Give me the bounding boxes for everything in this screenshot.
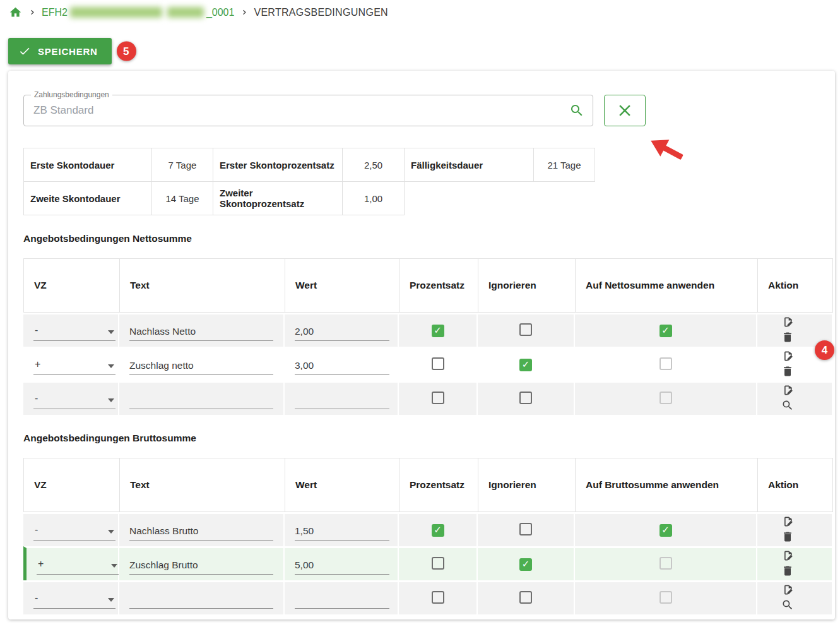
table-row: - Nachlass Netto 2,00 [23, 313, 833, 347]
table-row: - [23, 381, 833, 415]
text-input[interactable]: Nachlass Brutto [129, 520, 273, 541]
prozentsatz-checkbox[interactable] [432, 524, 444, 537]
brutto-section-title: Angebotsbedingungen Bruttosumme [23, 433, 833, 444]
payment-terms-row: Zahlungsbedingungen [23, 95, 833, 126]
prozentsatz-checkbox[interactable] [432, 325, 444, 337]
ignorieren-checkbox[interactable] [519, 523, 532, 535]
delete-icon[interactable] [781, 530, 794, 543]
prozentsatz-checkbox[interactable] [432, 357, 444, 370]
chevron-down-icon [111, 564, 117, 568]
save-button[interactable]: SPEICHERN 5 [8, 38, 112, 64]
skonto-label: Erste Skontodauer [24, 148, 152, 182]
wert-input[interactable]: 1,50 [295, 520, 389, 541]
prozentsatz-checkbox[interactable] [432, 591, 444, 604]
anwenden-checkbox[interactable] [660, 392, 672, 404]
save-button-label: SPEICHERN [38, 46, 98, 57]
vz-value: + [35, 359, 40, 370]
skonto-value: 21 Tage [534, 148, 595, 182]
breadcrumb-project-prefix: EFH2 [42, 7, 68, 18]
annotation-badge-step4: 4 [815, 340, 834, 360]
delete-icon[interactable] [781, 365, 794, 378]
payment-terms-field[interactable]: Zahlungsbedingungen [23, 95, 593, 126]
anwenden-checkbox[interactable] [660, 557, 672, 570]
vz-select[interactable]: - [33, 520, 115, 541]
netto-conditions-table: VZ Text Wert Prozentsatz Ignorieren Auf … [23, 258, 833, 415]
wert-input[interactable]: 3,00 [295, 355, 389, 375]
search-icon[interactable] [781, 599, 794, 611]
vz-value: - [35, 592, 38, 604]
text-input[interactable] [129, 389, 273, 409]
ignorieren-checkbox[interactable] [519, 323, 532, 336]
text-input[interactable]: Nachlass Netto [129, 321, 273, 341]
edit-icon[interactable] [781, 384, 794, 397]
ignorieren-checkbox[interactable] [519, 392, 532, 404]
prozentsatz-checkbox[interactable] [432, 557, 444, 570]
wert-input[interactable] [295, 389, 389, 409]
vz-select[interactable]: - [33, 321, 115, 341]
column-header-aktion: Aktion [757, 458, 833, 512]
check-icon [18, 45, 31, 57]
column-header-anwenden: Auf Bruttosumme anwenden [575, 458, 757, 512]
table-row: + Zuschlag netto 3,00 [23, 347, 833, 381]
toolbar: SPEICHERN 5 [8, 38, 840, 64]
prozentsatz-checkbox[interactable] [432, 392, 444, 404]
wert-input[interactable]: 2,00 [295, 321, 389, 341]
table-header-row: VZ Text Wert Prozentsatz Ignorieren Auf … [23, 258, 833, 313]
breadcrumb-page: VERTRAGSBEDINGUNGEN [254, 7, 388, 18]
vz-select[interactable]: + [33, 355, 115, 375]
breadcrumb-project-link[interactable]: EFH2 _0001 [42, 7, 234, 18]
edit-icon[interactable] [781, 549, 794, 562]
skonto-value: 14 Tage [152, 182, 213, 215]
column-header-ignorieren: Ignorieren [478, 458, 575, 512]
ignorieren-checkbox[interactable] [519, 359, 532, 371]
chevron-right-icon [240, 8, 248, 16]
column-header-aktion: Aktion [757, 258, 833, 313]
wert-input[interactable]: 5,00 [295, 554, 389, 575]
wert-value: 2,00 [295, 326, 314, 337]
wert-value: 5,00 [295, 559, 314, 571]
column-header-text: Text [119, 458, 285, 512]
anwenden-checkbox[interactable] [660, 325, 672, 337]
payment-terms-input[interactable] [24, 95, 557, 126]
text-value: Nachlass Brutto [129, 525, 198, 537]
vz-select[interactable]: + [37, 554, 119, 575]
delete-icon[interactable] [781, 331, 794, 344]
search-icon[interactable] [781, 399, 794, 412]
home-icon[interactable] [9, 6, 22, 19]
skonto-value: 7 Tage [152, 148, 213, 182]
redacted-text [167, 7, 204, 18]
chevron-down-icon [108, 364, 114, 368]
table-row: Zweite Skontodauer 14 Tage Zweiter Skont… [24, 182, 595, 215]
edit-icon[interactable] [781, 583, 794, 596]
chevron-right-icon [28, 8, 36, 16]
text-input[interactable]: Zuschlag Brutto [129, 554, 273, 575]
edit-icon[interactable] [781, 316, 794, 328]
column-header-wert: Wert [285, 458, 399, 512]
skonto-value: 2,50 [343, 148, 405, 182]
ignorieren-checkbox[interactable] [519, 591, 532, 604]
text-value: Nachlass Netto [129, 326, 196, 337]
text-input[interactable] [129, 589, 273, 609]
delete-icon[interactable] [781, 565, 794, 577]
text-input[interactable]: Zuschlag netto [129, 355, 273, 375]
brutto-conditions-table: VZ Text Wert Prozentsatz Ignorieren Auf … [23, 458, 833, 614]
ignorieren-checkbox[interactable] [519, 558, 532, 571]
breadcrumb: EFH2 _0001 VERTRAGSBEDINGUNGEN [0, 0, 840, 19]
column-header-vz: VZ [23, 258, 119, 313]
anwenden-checkbox[interactable] [660, 524, 672, 537]
table-row: + Zuschlag Brutto 5,00 [23, 546, 833, 580]
anwenden-checkbox[interactable] [660, 591, 672, 604]
clear-payment-terms-button[interactable] [604, 95, 646, 126]
wert-input[interactable] [295, 589, 389, 609]
edit-icon[interactable] [781, 350, 794, 362]
search-icon[interactable] [569, 103, 584, 118]
netto-section-title: Angebotsbedingungen Nettosumme [23, 233, 833, 244]
vz-select[interactable]: - [33, 589, 115, 609]
edit-icon[interactable] [781, 515, 794, 528]
annotation-badge-step5: 5 [117, 42, 136, 61]
vz-select[interactable]: - [33, 389, 115, 409]
vz-value: + [38, 558, 44, 570]
content-card: Zahlungsbedingungen Erste Skontodauer 7 … [8, 71, 835, 619]
column-header-vz: VZ [23, 458, 119, 512]
anwenden-checkbox[interactable] [660, 357, 672, 370]
